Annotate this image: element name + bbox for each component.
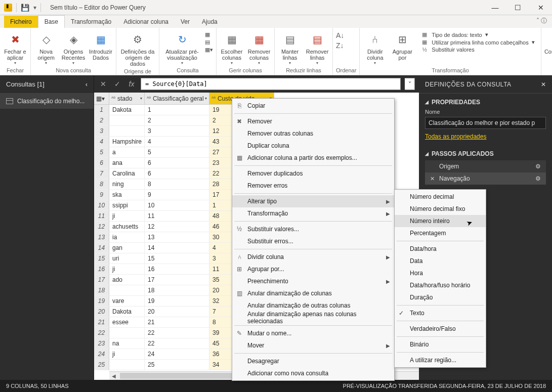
cell[interactable]: ssippi	[109, 200, 145, 211]
column-header[interactable]: ᴬᴮstado▾	[109, 93, 145, 105]
cell[interactable]: 3	[145, 126, 209, 137]
cell[interactable]: essee	[109, 317, 145, 328]
cell[interactable]: 16	[145, 264, 209, 275]
context-menu-item[interactable]: Remover outras colunas	[232, 127, 394, 140]
close-button[interactable]: ✕	[529, 0, 552, 15]
row-number[interactable]: 5	[94, 147, 109, 158]
row-number[interactable]: 25	[94, 360, 109, 370]
row-number[interactable]: 20	[94, 307, 109, 317]
combine-button[interactable]: ▦Combinar▾	[544, 29, 552, 59]
qat-dropdown[interactable]: ▾	[33, 4, 36, 11]
manage-mini[interactable]: ▦▾	[205, 47, 213, 53]
row-number[interactable]: 11	[94, 211, 109, 222]
group-by-button[interactable]: ⊞Agrupar por	[390, 29, 414, 61]
row-number[interactable]: 2	[94, 115, 109, 126]
row-number[interactable]: 17	[94, 275, 109, 285]
cell[interactable]: 1	[145, 105, 209, 115]
cell[interactable]: gan	[109, 243, 145, 253]
submenu-item[interactable]: Data/hora	[395, 243, 486, 255]
cell[interactable]: 10	[145, 200, 209, 211]
submenu-item[interactable]: Duração	[395, 291, 486, 303]
cell[interactable]: 24	[145, 349, 209, 360]
cell[interactable]: 18	[145, 285, 209, 296]
row-number[interactable]: 3	[94, 126, 109, 137]
context-menu-item[interactable]: Alterar tipo▶	[232, 195, 394, 207]
submenu-item[interactable]: Verdadeiro/Falso	[395, 323, 486, 335]
settings-close-icon[interactable]: ✕	[541, 81, 546, 88]
corner-header[interactable]: ▦▾	[94, 93, 109, 105]
column-header[interactable]: ᴬᴮClassificação geral▾	[145, 93, 209, 105]
formula-expand[interactable]: ˅	[405, 78, 415, 90]
cell[interactable]	[109, 126, 145, 137]
cancel-formula-icon[interactable]: ✕	[98, 80, 108, 88]
cell[interactable]: ning	[109, 179, 145, 190]
row-number[interactable]: 22	[94, 328, 109, 338]
cell[interactable]: ado	[109, 275, 145, 285]
cell[interactable]: ji	[109, 349, 145, 360]
query-item[interactable]: Classificação do melho...	[0, 94, 94, 109]
cell[interactable]: 22	[145, 338, 209, 349]
applied-steps-section[interactable]: PASSOS APLICADOS	[425, 150, 546, 157]
remove-rows-button[interactable]: ▤Remover linhas▾	[305, 29, 329, 65]
context-menu-item[interactable]: Preenchimento▶	[232, 275, 394, 287]
row-number[interactable]: 9	[94, 190, 109, 200]
submenu-item[interactable]: Binário	[395, 338, 486, 351]
context-menu-item[interactable]: ▥Anular dinamização de colunas	[232, 287, 394, 299]
recent-sources-button[interactable]: ◈Origens Recentes▾	[61, 29, 86, 65]
all-properties-link[interactable]: Todas as propriedades	[425, 133, 486, 140]
cell[interactable]: 5	[145, 147, 209, 158]
cell[interactable]: 22	[145, 328, 209, 338]
accept-formula-icon[interactable]: ✓	[112, 80, 122, 88]
cell[interactable]: 2	[145, 115, 209, 126]
context-menu-item[interactable]: ½Substituir valores...	[232, 223, 394, 235]
cell[interactable]: Hampshire	[109, 137, 145, 147]
row-number[interactable]: 8	[94, 179, 109, 190]
row-number[interactable]: 24	[94, 349, 109, 360]
tab-transform[interactable]: Transformação	[65, 16, 117, 28]
cell[interactable]: 19	[145, 296, 209, 307]
context-menu-item[interactable]: Desagregar	[232, 355, 394, 367]
sort-asc-button[interactable]: A↓	[336, 31, 344, 39]
tab-addcolumn[interactable]: Adicionar coluna	[117, 16, 175, 28]
cell[interactable]: 4	[145, 137, 209, 147]
cell[interactable]: ji	[109, 264, 145, 275]
submenu-item[interactable]: Hora	[395, 267, 486, 279]
submenu-item[interactable]: Número decimal	[395, 191, 486, 203]
row-number[interactable]: 14	[94, 243, 109, 253]
cell[interactable]	[109, 360, 145, 370]
maximize-button[interactable]: ☐	[506, 0, 529, 15]
cell[interactable]: 9	[145, 190, 209, 200]
context-menu-item[interactable]: ⎘Copiar	[232, 100, 394, 112]
cell[interactable]: 17	[145, 275, 209, 285]
context-menu-item[interactable]: Adicionar como nova consulta	[232, 367, 394, 379]
cell[interactable]: 8	[145, 179, 209, 190]
cell[interactable]: 11	[145, 211, 209, 222]
cell[interactable]	[109, 285, 145, 296]
context-menu-item[interactable]: Transformação▶	[232, 207, 394, 220]
refresh-preview-button[interactable]: ↻Atualizar pré-visualização▾	[162, 29, 202, 65]
data-type-dropdown[interactable]: ▦Tipo de dados: texto ▾	[420, 31, 534, 38]
query-name-input[interactable]	[425, 117, 546, 129]
row-number[interactable]: 21	[94, 317, 109, 328]
cell[interactable]: Carolina	[109, 168, 145, 179]
row-number[interactable]: 18	[94, 285, 109, 296]
gear-icon[interactable]: ⚙	[535, 163, 541, 170]
row-number[interactable]: 19	[94, 296, 109, 307]
tab-help[interactable]: Ajuda	[196, 16, 224, 28]
cell[interactable]: 14	[145, 243, 209, 253]
cell[interactable]	[109, 115, 145, 126]
tab-view[interactable]: Ver	[175, 16, 196, 28]
applied-step-selected[interactable]: ✕Navegação⚙	[425, 172, 546, 185]
properties-mini[interactable]: ▦	[205, 31, 213, 38]
keep-rows-button[interactable]: ▤Manter linhas▾	[278, 29, 302, 65]
context-menu-item[interactable]: ✖Remover	[232, 115, 394, 127]
cell[interactable]: Dakota	[109, 105, 145, 115]
context-menu-item[interactable]: ✎Mudar o nome...	[232, 327, 394, 339]
ribbon-collapse[interactable]: ˄ ⓘ	[531, 14, 552, 28]
cell[interactable]: vare	[109, 296, 145, 307]
submenu-item[interactable]: Data/hora/fuso horário	[395, 279, 486, 291]
context-menu-item[interactable]: Anular dinamização apenas nas colunas se…	[232, 312, 394, 324]
remove-columns-button[interactable]: ▦Remover colunas▾	[247, 29, 271, 65]
first-row-headers-button[interactable]: ▦Utilizar primeira linha como cabeçalhos…	[420, 39, 534, 46]
replace-values-button[interactable]: ½Substituir valores	[420, 47, 534, 53]
